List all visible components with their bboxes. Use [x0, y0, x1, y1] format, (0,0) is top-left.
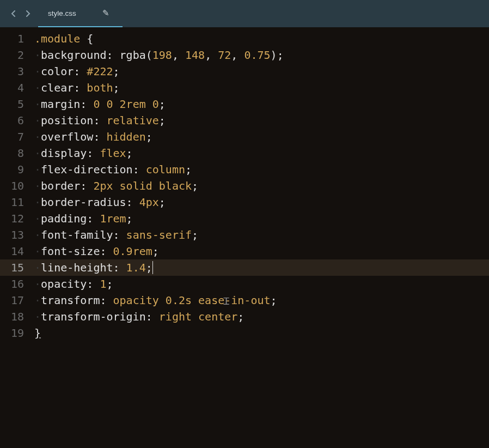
code-line[interactable]: ·line-height: 1.4; — [30, 259, 489, 276]
token: 2rem — [120, 98, 146, 111]
token: ; — [159, 98, 166, 111]
indent-whitespace: · — [34, 65, 41, 78]
token: 1 — [100, 277, 106, 290]
token: #222 — [87, 65, 113, 78]
code-line[interactable]: ·font-family: sans-serif; — [30, 227, 489, 243]
token: 0 — [93, 98, 100, 111]
token: : — [93, 114, 106, 127]
token: sans-serif — [126, 228, 192, 241]
token: ; — [113, 81, 120, 94]
token: 198 — [152, 49, 172, 62]
token: center — [198, 310, 237, 323]
token: flex — [100, 147, 126, 160]
line-number: 1 — [0, 31, 30, 47]
code-line[interactable]: ·border: 2px solid black; — [30, 178, 489, 194]
code-editor[interactable]: 12345678910111213141516171819 .module {·… — [0, 27, 489, 448]
token: : — [74, 65, 87, 78]
code-line[interactable]: ·clear: both; — [30, 80, 489, 96]
token: ; — [277, 49, 284, 62]
code-line[interactable]: ·font-size: 0.9rem; — [30, 243, 489, 259]
chevron-right-icon — [25, 10, 31, 17]
code-line[interactable]: ·padding: 1rem; — [30, 210, 489, 227]
token: : — [87, 277, 100, 290]
code-line[interactable]: ·position: relative; — [30, 112, 489, 129]
code-line[interactable]: ·display: flex; — [30, 145, 489, 161]
token: : — [113, 228, 126, 241]
code-line[interactable]: ·background: rgba(198, 148, 72, 0.75); — [30, 47, 489, 63]
token — [192, 310, 198, 323]
token: 0 — [152, 98, 159, 111]
token: hidden — [106, 130, 145, 143]
token: .module — [34, 32, 80, 45]
code-line[interactable]: ·transform-origin: right center; — [30, 308, 489, 325]
token: padding — [41, 212, 87, 225]
indent-whitespace: · — [34, 228, 41, 241]
code-line[interactable]: ·flex-direction: column; — [30, 161, 489, 178]
token: 0.75 — [244, 49, 270, 62]
code-line[interactable]: ·opacity: 1; — [30, 276, 489, 292]
token: } — [34, 326, 41, 340]
line-number: 16 — [0, 276, 30, 292]
token: , — [172, 49, 185, 62]
tab-style-css[interactable]: style.css ✎ — [38, 0, 123, 27]
token: 0.9rem — [113, 245, 152, 258]
code-line[interactable]: ·overflow: hidden; — [30, 129, 489, 145]
code-line[interactable]: ·margin: 0 0 2rem 0; — [30, 96, 489, 112]
token: 148 — [185, 49, 205, 62]
line-number: 9 — [0, 161, 30, 178]
line-number: 10 — [0, 178, 30, 194]
tab-bar: style.css ✎ — [0, 0, 489, 27]
code-line[interactable]: ·transform: opacity 0.2s ease-in-out;Ꮖ — [30, 292, 489, 308]
token: border — [41, 179, 80, 192]
token: ; — [192, 179, 198, 192]
token: ; — [126, 212, 133, 225]
indent-whitespace: · — [34, 179, 41, 192]
token: column — [146, 163, 185, 176]
token: ; — [237, 310, 244, 323]
indent-whitespace: · — [34, 114, 41, 127]
code-line[interactable]: .module { — [30, 31, 489, 47]
indent-whitespace: · — [34, 163, 41, 176]
token: 0 — [106, 98, 113, 111]
code-line[interactable]: ·color: #222; — [30, 63, 489, 80]
token: : — [93, 130, 106, 143]
token: : — [80, 98, 93, 111]
token: transform — [41, 294, 100, 307]
token: : — [100, 245, 113, 258]
chevron-left-icon — [10, 10, 17, 17]
line-number: 4 — [0, 80, 30, 96]
code-line[interactable]: } — [30, 325, 489, 341]
line-number: 11 — [0, 194, 30, 210]
line-number: 13 — [0, 227, 30, 243]
nav-forward-button[interactable] — [22, 8, 34, 20]
token: ) — [271, 49, 277, 62]
token: 72 — [218, 49, 231, 62]
token: ; — [185, 163, 192, 176]
token: overflow — [41, 130, 93, 143]
token: ; — [159, 114, 166, 127]
token: : — [87, 212, 100, 225]
line-number: 8 — [0, 145, 30, 161]
nav-back-button[interactable] — [8, 8, 20, 20]
token: font-family — [41, 228, 113, 241]
indent-whitespace: · — [34, 261, 41, 274]
token: 1rem — [100, 212, 126, 225]
token: : — [80, 179, 93, 192]
token: black — [159, 179, 192, 192]
tab-filename: style.css — [48, 9, 76, 17]
token: rgba( — [120, 49, 152, 62]
token: display — [41, 147, 87, 160]
line-number: 14 — [0, 243, 30, 259]
code-line[interactable]: ·border-radius: 4px; — [30, 194, 489, 210]
line-number: 5 — [0, 96, 30, 112]
line-number: 18 — [0, 308, 30, 325]
token: flex-direction — [41, 163, 133, 176]
token — [159, 294, 166, 307]
token — [100, 98, 106, 111]
token: 0.2s — [166, 294, 192, 307]
token: 1.4 — [126, 261, 146, 274]
token — [146, 98, 152, 111]
indent-whitespace: · — [34, 147, 41, 160]
code-area[interactable]: .module {·background: rgba(198, 148, 72,… — [30, 27, 489, 448]
token: border-radius — [41, 196, 126, 209]
